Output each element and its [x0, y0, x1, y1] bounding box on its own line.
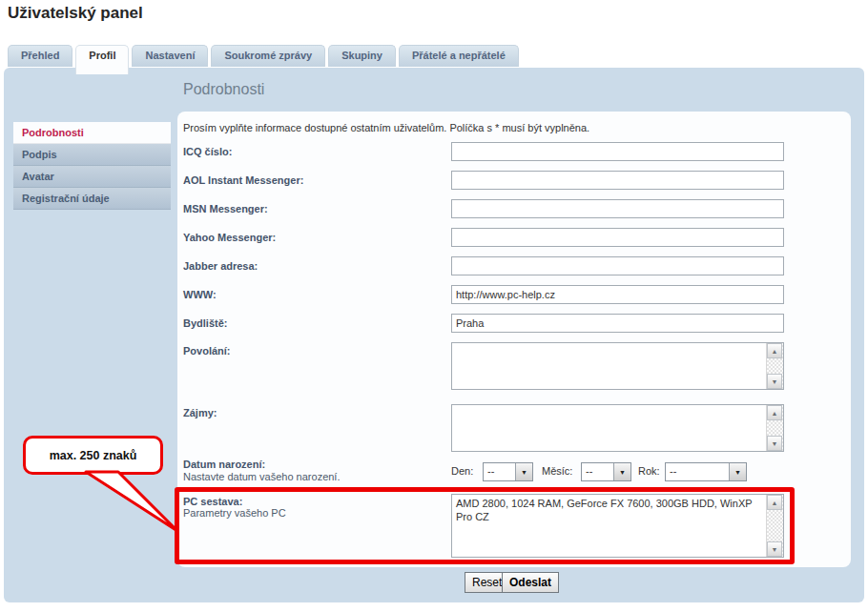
- sidebar-item-registracni-udaje[interactable]: Registrační údaje: [13, 188, 171, 210]
- tab-profil[interactable]: Profil: [75, 45, 129, 74]
- month-select[interactable]: -- ▼: [581, 462, 631, 481]
- submit-button[interactable]: Odeslat: [502, 572, 559, 593]
- tab-bar: Přehled Profil Nastavení Soukromé zprávy…: [8, 45, 519, 74]
- povolani-scrollbar[interactable]: ▲ ▼: [766, 343, 783, 389]
- sidebar-item-podrobnosti[interactable]: Podrobnosti: [13, 122, 171, 144]
- pc-sestava-scrollbar[interactable]: ▲ ▼: [766, 495, 783, 557]
- scroll-down-icon[interactable]: ▼: [767, 436, 782, 451]
- label-bydliste: Bydliště:: [183, 317, 445, 329]
- label-jabber: Jabber adresa:: [183, 260, 445, 272]
- callout-bubble: max. 250 znaků: [23, 436, 163, 475]
- icq-input[interactable]: [451, 142, 784, 161]
- povolani-text: [452, 343, 766, 389]
- pc-sestava-text: AMD 2800, 1024 RAM, GeForce FX 7600, 300…: [452, 495, 766, 557]
- label-yahoo: Yahoo Messenger:: [183, 232, 445, 243]
- zajmy-text: [452, 405, 766, 451]
- scroll-down-icon[interactable]: ▼: [767, 541, 782, 557]
- label-msn: MSN Messenger:: [183, 203, 445, 214]
- label-www: WWW:: [183, 289, 445, 300]
- zajmy-textarea[interactable]: ▲ ▼: [451, 404, 784, 452]
- day-select[interactable]: -- ▼: [483, 462, 533, 481]
- label-aol: AOL Instant Messenger:: [183, 174, 445, 186]
- sidebar-item-podpis[interactable]: Podpis: [13, 144, 171, 166]
- www-input[interactable]: [451, 285, 784, 304]
- scroll-down-icon[interactable]: ▼: [767, 374, 782, 389]
- label-den: Den:: [451, 465, 473, 477]
- year-select-value: --: [666, 463, 729, 480]
- aol-input[interactable]: [451, 171, 784, 190]
- note-datum-narozeni: Nastavte datum vašeho narození.: [183, 471, 445, 482]
- day-select-value: --: [484, 463, 515, 480]
- tab-pratele[interactable]: Přátelé a nepřátelé: [399, 45, 519, 67]
- label-povolani: Povolání:: [183, 345, 445, 357]
- povolani-textarea[interactable]: ▲ ▼: [451, 342, 784, 390]
- user-control-panel: Uživatelský panel Přehled Profil Nastave…: [0, 0, 868, 612]
- bydliste-input[interactable]: [451, 314, 784, 333]
- yahoo-input[interactable]: [451, 228, 784, 247]
- intro-text: Prosím vyplňte informace dostupné ostatn…: [183, 122, 589, 133]
- label-datum-narozeni: Datum narození:: [183, 459, 445, 470]
- label-rok: Rok:: [638, 465, 660, 477]
- label-mesic: Měsíc:: [542, 465, 572, 477]
- pc-sestava-textarea[interactable]: AMD 2800, 1024 RAM, GeForce FX 7600, 300…: [451, 494, 784, 558]
- msn-input[interactable]: [451, 199, 784, 218]
- tab-nastaveni[interactable]: Nastavení: [132, 45, 208, 67]
- scroll-up-icon[interactable]: ▲: [767, 495, 782, 510]
- dropdown-arrow-icon[interactable]: ▼: [515, 463, 532, 480]
- zajmy-scrollbar[interactable]: ▲ ▼: [766, 405, 783, 451]
- scroll-up-icon[interactable]: ▲: [767, 405, 782, 420]
- dropdown-arrow-icon[interactable]: ▼: [613, 463, 630, 480]
- tab-prehled[interactable]: Přehled: [8, 45, 72, 67]
- sidebar-item-avatar[interactable]: Avatar: [13, 166, 171, 188]
- tab-skupiny[interactable]: Skupiny: [328, 45, 396, 67]
- month-select-value: --: [582, 463, 613, 480]
- label-zajmy: Zájmy:: [183, 407, 445, 418]
- dropdown-arrow-icon[interactable]: ▼: [729, 463, 746, 480]
- page-title: Uživatelský panel: [8, 4, 143, 23]
- year-select[interactable]: -- ▼: [665, 462, 747, 481]
- label-pc-sestava: PC sestava:: [183, 496, 445, 507]
- jabber-input[interactable]: [451, 256, 784, 275]
- scroll-up-icon[interactable]: ▲: [767, 343, 782, 358]
- tab-soukrome-zpravy[interactable]: Soukromé zprávy: [211, 45, 325, 67]
- section-heading: Podrobnosti: [183, 81, 264, 98]
- label-icq: ICQ číslo:: [183, 146, 445, 157]
- note-pc-sestava: Parametry vašeho PC: [183, 507, 445, 519]
